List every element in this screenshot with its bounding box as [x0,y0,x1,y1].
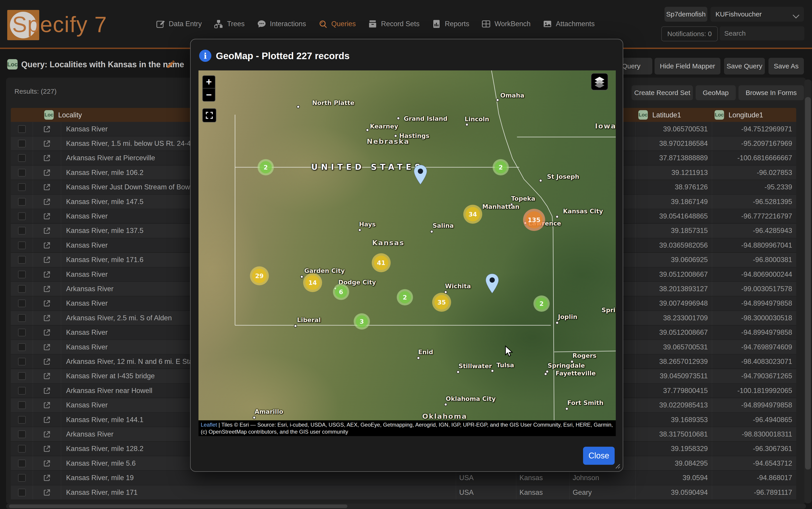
marker-cluster[interactable]: 3 [354,313,370,330]
external-link-icon[interactable] [43,299,51,307]
row-checkbox[interactable] [18,343,26,351]
save-query-button[interactable]: Save Query [724,58,765,74]
external-link-icon[interactable] [43,169,51,177]
row-checkbox[interactable] [18,227,26,235]
zoom-out-button[interactable]: − [202,89,215,102]
horizontal-scrollbar-thumb[interactable] [9,505,347,508]
external-link-icon[interactable] [43,139,51,148]
row-checkbox[interactable] [18,154,26,162]
row-checkbox[interactable] [18,474,26,482]
search-input[interactable] [720,26,804,40]
external-link-icon[interactable] [43,401,51,409]
marker-cluster[interactable]: 34 [463,205,482,224]
row-checkbox[interactable] [18,489,26,496]
nav-item-trees[interactable]: Trees [214,19,245,29]
marker-cluster[interactable]: 35 [432,293,451,312]
latitude-column-header[interactable]: Latitude1 [652,111,681,119]
longitude-column-header[interactable]: Longitude1 [729,111,763,119]
external-link-icon[interactable] [43,241,51,249]
save-as-button[interactable]: Save As [769,58,804,74]
row-checkbox[interactable] [18,358,26,366]
geomap-button[interactable]: GeoMap [696,85,736,100]
external-link-icon[interactable] [43,488,51,497]
map-pin-marker[interactable] [485,273,499,295]
external-link-icon[interactable] [43,329,51,337]
row-checkbox[interactable] [18,212,26,220]
marker-cluster[interactable]: 6 [333,284,349,300]
external-link-icon[interactable] [43,285,51,293]
external-link-icon[interactable] [43,183,51,191]
row-checkbox[interactable] [18,300,26,307]
row-checkbox[interactable] [18,314,26,322]
external-link-icon[interactable] [43,474,51,482]
resize-handle[interactable] [613,461,621,469]
row-checkbox[interactable] [18,431,26,438]
edit-query-name-icon[interactable] [166,59,176,69]
external-link-icon[interactable] [43,387,51,395]
row-checkbox[interactable] [18,198,26,206]
zoom-in-button[interactable]: + [202,75,215,89]
row-checkbox[interactable] [18,285,26,293]
nav-item-reports[interactable]: Reports [432,19,469,29]
row-checkbox[interactable] [18,401,26,409]
external-link-icon[interactable] [43,198,51,206]
external-link-icon[interactable] [43,256,51,264]
row-checkbox[interactable] [18,372,26,380]
row-checkbox[interactable] [18,125,26,133]
row-checkbox[interactable] [18,387,26,395]
nav-item-workbench[interactable]: WorkBench [481,19,530,29]
marker-cluster[interactable]: 14 [303,273,322,292]
row-checkbox[interactable] [18,241,26,249]
vertical-scrollbar-thumb[interactable] [805,97,811,470]
marker-cluster[interactable]: 41 [372,253,391,272]
marker-cluster[interactable]: 29 [250,266,269,285]
leaflet-map[interactable]: + − UNITED STATES NebraskaIowaKansasOkla… [198,70,616,436]
external-link-icon[interactable] [43,358,51,366]
row-checkbox[interactable] [18,169,26,176]
external-link-icon[interactable] [43,125,51,133]
external-link-icon[interactable] [43,372,51,380]
map-pin-marker[interactable] [413,164,428,186]
fullscreen-button[interactable] [202,108,216,122]
marker-cluster[interactable]: 2 [397,289,413,305]
external-link-icon[interactable] [43,154,51,162]
row-checkbox[interactable] [18,271,26,278]
external-link-icon[interactable] [43,227,51,235]
external-link-icon[interactable] [43,314,51,322]
row-checkbox[interactable] [18,416,26,424]
hide-field-mapper-button[interactable]: Hide Field Mapper [655,58,721,74]
marker-cluster[interactable]: 2 [533,296,550,312]
external-link-icon[interactable] [43,212,51,220]
row-checkbox[interactable] [18,445,26,452]
row-checkbox[interactable] [18,183,26,191]
external-link-icon[interactable] [43,343,51,351]
locality-column-header[interactable]: Locality [58,111,82,119]
row-checkbox[interactable] [18,460,26,467]
marker-cluster[interactable]: 2 [258,159,274,175]
browse-in-forms-button[interactable]: Browse In Forms [738,85,804,100]
external-link-icon[interactable] [43,430,51,438]
nav-item-data-entry[interactable]: Data Entry [156,19,201,29]
specify-logo[interactable]: Specify 7 [7,10,111,40]
external-link-icon[interactable] [43,270,51,278]
create-record-set-button[interactable]: Create Record Set [632,85,693,100]
marker-cluster[interactable]: 135 [523,209,545,231]
row-checkbox[interactable] [18,256,26,264]
nav-item-attachments[interactable]: Attachments [543,19,595,29]
nav-item-queries[interactable]: Queries [318,19,356,29]
external-link-icon[interactable] [43,459,51,468]
nav-item-record-sets[interactable]: Record Sets [368,19,419,29]
marker-cluster[interactable]: 2 [492,159,509,175]
row-checkbox[interactable] [18,140,26,147]
table-row[interactable]: Kansas River, mile 19USAKansasJohnson39.… [11,471,796,485]
notifications-button[interactable]: Notifications: 0 [661,26,718,41]
collection-select[interactable]: KUFishvoucher [710,7,804,22]
layers-button[interactable] [591,73,608,90]
close-button[interactable]: Close [583,447,615,465]
external-link-icon[interactable] [43,416,51,424]
row-checkbox[interactable] [18,329,26,336]
nav-item-interactions[interactable]: Interactions [257,19,306,29]
external-link-icon[interactable] [43,445,51,453]
table-row[interactable]: Kansas River, mile 171USAKansasGeary39.0… [11,485,796,500]
user-button[interactable]: Sp7demofish [664,7,707,22]
